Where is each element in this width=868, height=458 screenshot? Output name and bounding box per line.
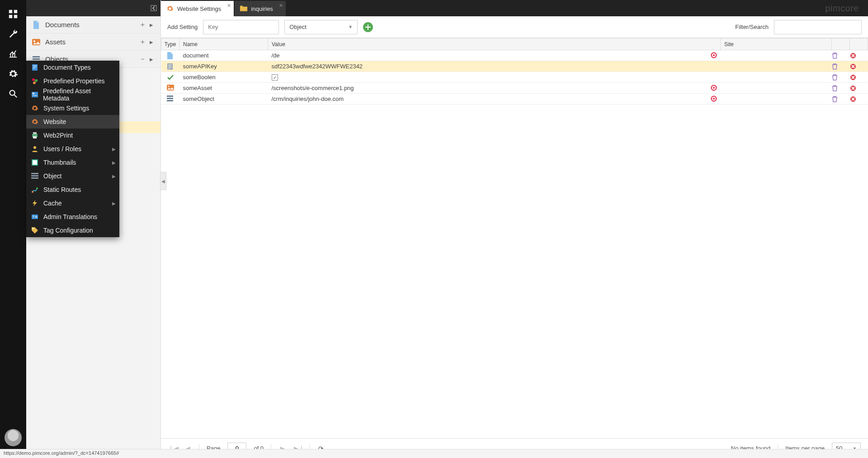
close-icon[interactable]: ✕ — [227, 3, 231, 9]
svg-rect-40 — [31, 173, 38, 174]
close-icon[interactable]: ✕ — [279, 3, 283, 9]
menu-item-admin-translations[interactable]: Admin Translations — [26, 210, 119, 224]
add-document-icon[interactable]: ＋ — [139, 21, 146, 29]
svg-point-37 — [33, 146, 36, 149]
status-bar: https://demo.pimcore.org/admin/?_dc=1474… — [0, 449, 868, 458]
menu-item-label: Predefined Asset Metadata — [43, 87, 115, 102]
collapse-objects-icon[interactable]: － — [139, 56, 146, 63]
tab-website-settings[interactable]: Website Settings ✕ — [161, 1, 234, 16]
chevron-right-icon: ▶ — [112, 147, 116, 152]
target-icon[interactable] — [711, 52, 717, 58]
menu-item-system-settings[interactable]: System Settings — [26, 101, 119, 115]
svg-rect-17 — [167, 85, 174, 91]
svg-rect-24 — [167, 100, 173, 101]
tab-inquiries[interactable]: inquiries ✕ — [235, 1, 285, 16]
col-header-trash — [832, 38, 850, 50]
chart-icon[interactable] — [5, 45, 22, 62]
table-row[interactable]: someAPIKeysdf22343wdfwe2342WWFWE2342 — [161, 61, 868, 72]
gear-o-icon — [31, 104, 39, 112]
bool-type-icon — [167, 74, 174, 81]
menu-item-website[interactable]: Website — [26, 115, 119, 129]
menu-item-label: Website — [43, 118, 66, 125]
trash-icon[interactable] — [832, 74, 850, 81]
sidebar-section-assets[interactable]: Assets ＋ ▸ — [26, 33, 160, 51]
svg-rect-42 — [31, 177, 38, 179]
svg-point-43 — [32, 191, 33, 193]
table-row[interactable]: someObject/crm/inquiries/john-doe.com — [161, 94, 868, 105]
svg-rect-33 — [33, 93, 34, 94]
delete-icon[interactable] — [850, 52, 868, 59]
menu-item-predefined-asset-metadata[interactable]: Predefined Asset Metadata — [26, 88, 119, 101]
nav-rail: ↩ — [0, 0, 26, 458]
delete-icon[interactable] — [850, 85, 868, 91]
cell-name: someAsset — [183, 85, 212, 91]
trash-icon[interactable] — [832, 96, 850, 102]
key-input[interactable] — [203, 20, 279, 34]
svg-rect-1 — [14, 10, 17, 13]
menu-item-object[interactable]: Object▶ — [26, 169, 119, 183]
table-row[interactable]: document/de — [161, 50, 868, 61]
document-icon — [32, 20, 41, 29]
menu-item-label: Admin Translations — [43, 213, 97, 220]
tab-label: inquiries — [251, 5, 273, 12]
col-header-value[interactable]: Value — [268, 38, 721, 50]
delete-icon[interactable] — [850, 96, 868, 102]
settings-icon[interactable] — [5, 65, 22, 82]
filter-input[interactable] — [774, 20, 862, 34]
col-header-type[interactable]: Type — [161, 38, 179, 50]
target-icon[interactable] — [711, 85, 717, 91]
col-header-site[interactable]: Site — [721, 38, 832, 50]
col-header-delete — [850, 38, 868, 50]
delete-icon[interactable] — [850, 63, 868, 70]
gear-icon — [166, 5, 174, 12]
sidebar-section-documents[interactable]: Documents ＋ ▸ — [26, 16, 160, 33]
caret-down-icon: ▼ — [348, 24, 353, 29]
menu-item-tag-configuration[interactable]: Tag Configuration — [26, 224, 119, 237]
document-type-icon — [167, 52, 174, 59]
bolt-icon — [31, 199, 39, 207]
object-type-icon — [167, 95, 174, 103]
type-select[interactable]: Object ▼ — [284, 20, 358, 34]
wrench-icon[interactable] — [5, 25, 22, 43]
splitter-handle[interactable]: ◀ — [160, 172, 166, 190]
routes-icon — [31, 186, 39, 194]
menu-item-static-routes[interactable]: Static Routes — [26, 183, 119, 196]
menu-item-label: Document Types — [43, 64, 91, 71]
add-setting-button[interactable] — [363, 22, 373, 32]
sidebar-collapse-icon[interactable] — [151, 5, 157, 11]
doc-type-icon — [31, 63, 39, 72]
menu-item-thumbnails[interactable]: Thumbnails▶ — [26, 156, 119, 169]
expand-documents-icon[interactable]: ▸ — [148, 21, 155, 29]
menu-item-web2print[interactable]: Web2Print — [26, 129, 119, 142]
delete-icon[interactable] — [850, 74, 868, 81]
svg-point-12 — [713, 54, 715, 56]
search-icon[interactable] — [5, 85, 22, 102]
add-asset-icon[interactable]: ＋ — [139, 38, 146, 46]
col-header-name[interactable]: Name — [179, 38, 268, 50]
apps-icon[interactable] — [5, 5, 22, 23]
menu-item-label: Object — [43, 172, 61, 180]
main-panel: Website Settings ✕ inquiries ✕ pimcore A… — [161, 0, 868, 458]
cell-value: /de — [272, 52, 280, 59]
expand-assets-icon[interactable]: ▸ — [148, 38, 155, 46]
settings-grid: Type Name Value Site document/de someAPI… — [161, 38, 868, 438]
table-row[interactable]: someBoolen✓ — [161, 72, 868, 83]
menu-item-users-roles[interactable]: Users / Roles▶ — [26, 142, 119, 156]
menu-item-document-types[interactable]: Document Types — [26, 61, 119, 74]
trash-icon[interactable] — [832, 63, 850, 70]
svg-rect-2 — [9, 15, 12, 18]
menu-item-cache[interactable]: Cache▶ — [26, 196, 119, 210]
type-select-value: Object — [289, 24, 307, 30]
expand-objects-icon[interactable]: ▸ — [148, 56, 155, 63]
svg-point-7 — [33, 40, 35, 42]
trash-icon[interactable] — [832, 52, 850, 59]
target-icon[interactable] — [711, 95, 717, 102]
trash-icon[interactable] — [832, 85, 850, 91]
menu-item-predefined-properties[interactable]: Predefined Properties — [26, 74, 119, 88]
table-row[interactable]: someAsset/screenshots/e-commerce1.png — [161, 83, 868, 94]
user-avatar[interactable] — [5, 429, 22, 446]
svg-rect-8 — [33, 56, 40, 57]
menu-item-label: Static Routes — [43, 186, 81, 193]
menu-item-label: Predefined Properties — [43, 77, 104, 85]
folder-icon — [240, 5, 247, 12]
